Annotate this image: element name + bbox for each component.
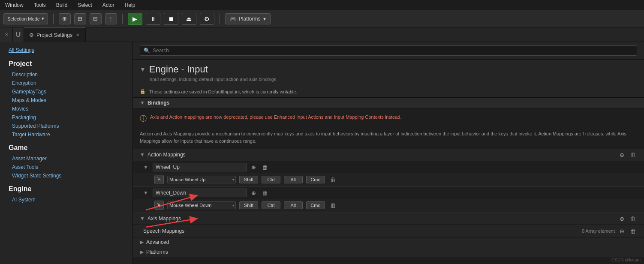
tab-bar: ✕ U ⚙ Project Settings ✕ [0,27,644,42]
wheel-down-binding-row: 🖱 Mouse Wheel Down ▾ Shift Ctrl Alt Cmd … [133,199,644,212]
lock-notice: 🔓 These settings are saved in DefaultInp… [133,86,644,97]
stop-button[interactable]: ⏹ [164,13,178,25]
tab-project-settings[interactable]: ⚙ Project Settings ✕ [24,27,86,42]
wheel-up-add-btn[interactable]: ⊕ [250,163,258,171]
wheel-down-binding-delete-btn[interactable]: 🗑 [328,201,338,210]
sidebar-link-ai-system[interactable]: AI System [0,195,132,204]
bindings-collapse-icon: ▼ [140,100,145,106]
toolbar-icon-btn-1[interactable]: ⊕ [59,13,71,24]
sidebar-section-game: Game [0,139,132,154]
wheel-down-shift-btn[interactable]: Shift [239,201,258,209]
sidebar-link-movies[interactable]: Movies [0,105,132,113]
axis-add-btn[interactable]: ⊕ [617,214,626,223]
speech-delete-btn[interactable]: 🗑 [629,227,637,235]
wheel-down-alt-btn[interactable]: Alt [284,201,303,209]
toolbar-separator-3 [220,14,220,24]
wheel-up-ctrl-btn[interactable]: Ctrl [262,176,280,183]
sidebar-link-asset-tools[interactable]: Asset Tools [0,163,132,171]
bindings-header[interactable]: ▼ Bindings [133,97,644,108]
wheel-down-add-btn[interactable]: ⊕ [250,189,258,197]
deprecation-notice: ⓘ Axis and Action mappings are now depre… [133,108,644,129]
play-button[interactable]: ▶ [128,13,142,25]
wheel-up-header[interactable]: ▼ ⊕ 🗑 [133,161,644,173]
speech-add-btn[interactable]: ⊕ [617,227,626,235]
advanced-label: Advanced [146,239,169,245]
wheel-up-delete-btn[interactable]: 🗑 [261,163,269,171]
menu-window[interactable]: Window [3,1,25,9]
search-input-wrap: 🔍 [140,45,637,56]
bindings-label: Bindings [147,100,169,106]
menu-tools[interactable]: Tools [32,1,48,9]
settings-button[interactable]: ⚙ [200,13,214,25]
platforms-section-label: Platforms [146,249,168,255]
toolbar-icon-btn-3[interactable]: ⊟ [90,13,102,24]
wheel-up-alt-btn[interactable]: Alt [284,176,303,183]
axis-mappings-label: Axis Mappings [147,216,615,222]
all-settings-link[interactable]: All Settings [0,45,132,55]
action-mappings-label: Action Mappings [147,152,615,158]
wheel-down-ctrl-btn[interactable]: Ctrl [262,201,280,209]
platforms-section-row[interactable]: ▶ Platforms [133,247,644,257]
selection-mode-chevron: ▾ [42,16,44,21]
sidebar-link-asset-manager[interactable]: Asset Manager [0,154,132,163]
wheel-up-shift-btn[interactable]: Shift [239,176,258,183]
search-input[interactable] [153,48,633,54]
tab-close-left[interactable]: ✕ [5,32,8,37]
sidebar-link-encryption[interactable]: Encryption [0,79,132,87]
section-collapse-btn[interactable]: ▼ [140,66,146,73]
sidebar-section-project: Project [0,55,132,70]
pause-button[interactable]: ⏸ [146,13,160,25]
toolbar-icon-btn-2[interactable]: ⊞ [74,13,86,24]
menu-actor[interactable]: Actor [101,1,116,9]
wheel-down-name-input[interactable] [153,189,247,197]
wheel-up-select-wrap: Mouse Wheel Up ▾ [167,176,236,183]
mapping-row-wheel-up: ▼ ⊕ 🗑 🖱 Mouse Wheel Up ▾ Shift Ctrl Alt [133,161,644,187]
action-mappings-add-btn[interactable]: ⊕ [617,150,626,159]
platforms-label: Platforms [239,16,261,22]
deprecation-text: Axis and Action mappings are now depreca… [150,114,401,120]
wheel-up-name-input[interactable] [153,163,247,171]
platforms-button[interactable]: 🎮 Platforms ▾ [225,13,271,24]
sidebar-link-maps-modes[interactable]: Maps & Modes [0,96,132,105]
toolbar-icon-btn-4[interactable]: ⋮ [105,13,117,24]
wheel-down-select[interactable]: Mouse Wheel Down [167,201,236,209]
lock-text: These settings are saved in DefaultInput… [149,89,297,94]
watermark: CSDN @lukam [611,258,641,262]
content-area: 🔍 ▼ Engine - Input Input settings, inclu… [133,42,644,264]
sidebar-link-supported-platforms[interactable]: Supported Platforms [0,122,132,130]
wheel-up-cmd-btn[interactable]: Cmd [306,176,325,183]
platforms-chevron: ▾ [263,16,266,22]
action-mappings-collapse-icon: ▼ [140,152,145,158]
eject-button[interactable]: ⏏ [182,13,196,25]
sidebar-link-description[interactable]: Description [0,70,132,79]
wheel-down-collapse-icon: ▼ [143,190,148,196]
tab-close-btn[interactable]: ✕ [75,32,80,38]
advanced-row[interactable]: ▶ Advanced [133,237,644,247]
mouse-icon: 🖱 [156,177,162,183]
settings-icon: ⚙ [204,15,210,22]
axis-delete-btn[interactable]: 🗑 [629,214,637,223]
sidebar-link-gameplaytags[interactable]: GameplayTags [0,87,132,96]
layout-icon: ⊟ [93,15,98,22]
wheel-down-cmd-btn[interactable]: Cmd [306,201,325,209]
sidebar-link-packaging[interactable]: Packaging [0,113,132,122]
wheel-up-select[interactable]: Mouse Wheel Up [167,176,236,183]
search-icon: 🔍 [144,48,150,54]
sidebar-link-target-hardware[interactable]: Target Hardware [0,130,132,139]
speech-mappings-row: Speech Mappings 0 Array element ⊕ 🗑 [133,225,644,237]
bindings-description: Action and Axis Mappings provide a mecha… [133,129,644,149]
mapping-row-wheel-down: ▼ ⊕ 🗑 🖱 Mouse Wheel Down ▾ Shift Ctrl Al… [133,187,644,213]
selection-mode-button[interactable]: Selection Mode ▾ [3,13,48,24]
add-icon: ⊕ [62,15,67,22]
wheel-up-collapse-icon: ▼ [143,164,148,170]
action-mappings-delete-btn[interactable]: 🗑 [629,150,637,159]
menu-help[interactable]: Help [123,1,137,9]
wheel-up-binding-delete-btn[interactable]: 🗑 [328,175,338,184]
menu-select[interactable]: Select [76,1,93,9]
pause-icon: ⏸ [150,15,156,22]
action-mappings-header: ▼ Action Mappings ⊕ 🗑 [133,149,644,161]
wheel-down-delete-btn[interactable]: 🗑 [261,189,269,197]
menu-build[interactable]: Build [54,1,69,9]
sidebar-link-widget-state[interactable]: Widget State Settings [0,171,132,180]
wheel-down-header[interactable]: ▼ ⊕ 🗑 [133,187,644,199]
